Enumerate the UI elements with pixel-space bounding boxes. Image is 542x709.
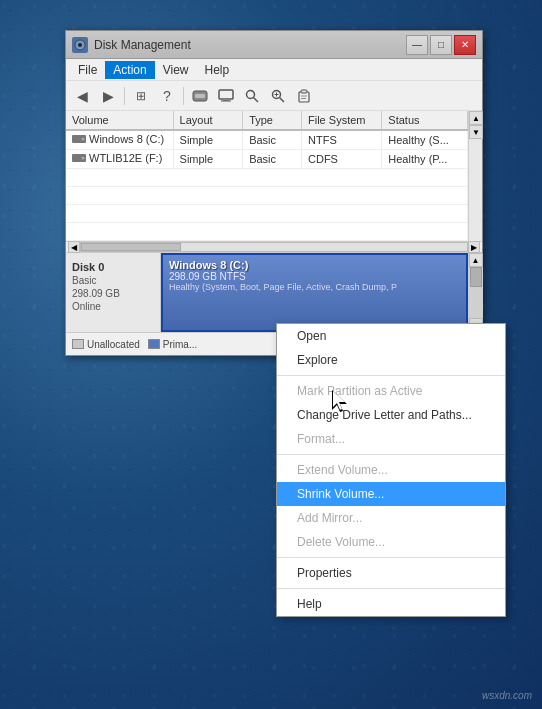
ctx-mark-active: Mark Partition as Active (277, 379, 505, 403)
clipboard-button[interactable] (292, 85, 316, 107)
ctx-properties[interactable]: Properties (277, 561, 505, 585)
title-bar-buttons: — □ ✕ (406, 35, 476, 55)
svg-point-20 (82, 157, 85, 160)
toolbar-separator-1 (124, 87, 125, 105)
ctx-separator-3 (277, 557, 505, 558)
ctx-delete-volume: Delete Volume... (277, 530, 505, 554)
col-type[interactable]: Type (243, 111, 302, 130)
row1-status: Healthy (S... (382, 130, 468, 150)
menu-bar: File Action View Help (66, 59, 482, 81)
disk-size: 298.09 GB (72, 288, 154, 299)
menu-help[interactable]: Help (197, 61, 238, 79)
disk-partitions: Windows 8 (C:) 298.09 GB NTFS Healthy (S… (161, 253, 468, 332)
minimize-button[interactable]: — (406, 35, 428, 55)
disk-status: Online (72, 301, 154, 312)
disk-scroll-up[interactable]: ▲ (469, 253, 483, 267)
scroll-left-arrow[interactable]: ◀ (68, 241, 80, 253)
legend-primary: Prima... (148, 339, 197, 350)
volume-table-main: Volume Layout Type File System Status Wi… (66, 111, 468, 241)
watermark: wsxdn.com (482, 690, 532, 701)
monitor-button[interactable] (214, 85, 238, 107)
row2-layout: Simple (173, 150, 243, 169)
volume-table-area: Volume Layout Type File System Status Wi… (66, 111, 482, 241)
col-volume[interactable]: Volume (66, 111, 173, 130)
ctx-add-mirror: Add Mirror... (277, 506, 505, 530)
svg-line-10 (280, 97, 285, 102)
window-title: Disk Management (94, 38, 191, 52)
disk-info: Disk 0 Basic 298.09 GB Online (66, 253, 161, 332)
menu-view[interactable]: View (155, 61, 197, 79)
ctx-open[interactable]: Open (277, 324, 505, 348)
horizontal-scrollbar-area: ◀ ▶ (66, 241, 482, 253)
disk-scroll-thumb[interactable] (470, 267, 482, 287)
menu-file[interactable]: File (70, 61, 105, 79)
ctx-help[interactable]: Help (277, 592, 505, 616)
ctx-explore[interactable]: Explore (277, 348, 505, 372)
col-status[interactable]: Status (382, 111, 468, 130)
row1-filesystem: NTFS (302, 130, 382, 150)
search-button[interactable] (240, 85, 264, 107)
table-vertical-scrollbar[interactable]: ▲ ▼ (468, 111, 482, 241)
console-button[interactable]: ⊞ (129, 85, 153, 107)
disk-icon-button[interactable] (188, 85, 212, 107)
disk-partition[interactable]: Windows 8 (C:) 298.09 GB NTFS Healthy (S… (161, 253, 468, 332)
svg-point-18 (82, 138, 85, 141)
title-bar: Disk Management — □ ✕ (66, 31, 482, 59)
menu-action[interactable]: Action (105, 61, 154, 79)
svg-rect-3 (195, 94, 205, 98)
back-button[interactable]: ◀ (70, 85, 94, 107)
toolbar: ◀ ▶ ⊞ ? (66, 81, 482, 111)
svg-line-8 (254, 97, 259, 102)
scroll-up-arrow[interactable]: ▲ (469, 111, 483, 125)
scroll-right-arrow[interactable]: ▶ (468, 241, 480, 253)
zoom-button[interactable] (266, 85, 290, 107)
maximize-button[interactable]: □ (430, 35, 452, 55)
legend-unallocated-box (72, 339, 84, 349)
row2-type: Basic (243, 150, 302, 169)
legend-unallocated: Unallocated (72, 339, 140, 350)
context-menu: Open Explore Mark Partition as Active Ch… (276, 323, 506, 617)
row2-status: Healthy (P... (382, 150, 468, 169)
row2-volume: WTLIB12E (F:) (66, 150, 173, 169)
forward-button[interactable]: ▶ (96, 85, 120, 107)
col-layout[interactable]: Layout (173, 111, 243, 130)
scroll-down-arrow[interactable]: ▼ (469, 125, 483, 139)
row2-filesystem: CDFS (302, 150, 382, 169)
svg-point-1 (78, 43, 82, 47)
disk-panel: Disk 0 Basic 298.09 GB Online Windows 8 … (66, 253, 482, 333)
row1-type: Basic (243, 130, 302, 150)
partition-size: 298.09 GB NTFS (169, 271, 460, 282)
table-row-empty (66, 169, 468, 187)
ctx-extend: Extend Volume... (277, 458, 505, 482)
table-row-empty (66, 223, 468, 241)
row1-layout: Simple (173, 130, 243, 150)
svg-point-7 (247, 90, 255, 98)
ctx-shrink[interactable]: Shrink Volume... (277, 482, 505, 506)
ctx-separator-1 (277, 375, 505, 376)
legend-unallocated-label: Unallocated (87, 339, 140, 350)
svg-rect-14 (301, 90, 307, 93)
ctx-change-drive[interactable]: Change Drive Letter and Paths... (277, 403, 505, 427)
legend-primary-label: Prima... (163, 339, 197, 350)
disk-panel-scrollbar[interactable]: ▲ ▼ (468, 253, 482, 332)
toolbar-separator-2 (183, 87, 184, 105)
legend-primary-box (148, 339, 160, 349)
ctx-format: Format... (277, 427, 505, 451)
partition-health: Healthy (System, Boot, Page File, Active… (169, 282, 460, 292)
title-bar-left: Disk Management (72, 37, 191, 53)
help-button[interactable]: ? (155, 85, 179, 107)
table-row[interactable]: WTLIB12E (F:) Simple Basic CDFS Healthy … (66, 150, 468, 169)
table-row[interactable]: Windows 8 (C:) Simple Basic NTFS Healthy… (66, 130, 468, 150)
svg-rect-4 (219, 90, 233, 99)
volume-table: Volume Layout Type File System Status Wi… (66, 111, 468, 241)
close-button[interactable]: ✕ (454, 35, 476, 55)
ctx-separator-2 (277, 454, 505, 455)
ctx-separator-4 (277, 588, 505, 589)
partition-name: Windows 8 (C:) (169, 259, 460, 271)
horizontal-scrollbar-thumb[interactable] (81, 243, 181, 251)
col-filesystem[interactable]: File System (302, 111, 382, 130)
horizontal-scrollbar-track[interactable] (80, 242, 468, 252)
disk-type: Basic (72, 275, 154, 286)
table-row-empty (66, 187, 468, 205)
table-row-empty (66, 205, 468, 223)
